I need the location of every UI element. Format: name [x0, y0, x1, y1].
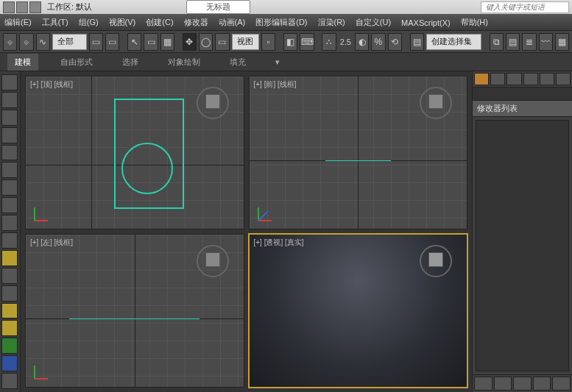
bind-icon[interactable]: ∿: [36, 33, 50, 51]
show-end-icon[interactable]: [494, 377, 512, 391]
named-selection-dropdown[interactable]: 创建选择集: [426, 34, 481, 50]
angle-snap-icon[interactable]: ◐: [355, 33, 369, 51]
lt-button-2[interactable]: [1, 92, 18, 108]
keyboard-icon[interactable]: ⌨: [300, 33, 314, 51]
lt-button-6[interactable]: [1, 162, 18, 178]
viewport-front[interactable]: [+] [前] [线框]: [249, 76, 468, 229]
viewport-label[interactable]: [+] [顶] [线框]: [30, 79, 73, 90]
named-sets-icon[interactable]: ▤: [410, 33, 424, 51]
menu-customize[interactable]: 自定义(U): [356, 17, 391, 28]
viewport-perspective[interactable]: [+] [透视] [真实]: [249, 234, 468, 388]
ribbon-tab-selection[interactable]: 选择: [115, 54, 146, 71]
ref-coord-dropdown[interactable]: 视图: [232, 34, 260, 50]
unique-icon[interactable]: [513, 377, 532, 391]
lt-button-10[interactable]: [1, 232, 18, 249]
spinner-snap-icon[interactable]: ⟲: [388, 33, 402, 51]
lt-button-8[interactable]: [1, 197, 18, 213]
select-name-icon[interactable]: ▭: [105, 33, 119, 51]
selection-filter-dropdown[interactable]: 全部: [52, 34, 87, 50]
command-panel: 修改器列表: [472, 71, 572, 392]
lt-button-14[interactable]: [1, 303, 18, 319]
link-icon[interactable]: ⟐: [3, 33, 17, 51]
window-crossing-icon[interactable]: ▦: [160, 33, 174, 51]
lt-button-4[interactable]: [1, 127, 18, 143]
viewcube[interactable]: [420, 245, 452, 277]
lt-button-17[interactable]: [1, 355, 18, 371]
rect-select-icon[interactable]: ▭: [144, 33, 158, 51]
lt-button-11[interactable]: [1, 250, 18, 266]
viewcube[interactable]: [197, 87, 229, 119]
redo-button[interactable]: [16, 1, 28, 13]
lt-button-15[interactable]: [1, 320, 18, 336]
percent-snap-icon[interactable]: %: [371, 33, 385, 51]
viewport-label[interactable]: [+] [左] [线框]: [30, 238, 73, 248]
layers-icon[interactable]: ≣: [522, 33, 536, 51]
unlink-icon[interactable]: ⟐: [19, 33, 33, 51]
curve-editor-icon[interactable]: 〰: [539, 33, 553, 51]
menu-group[interactable]: 组(G): [79, 17, 99, 28]
modify-tab-icon[interactable]: [490, 73, 505, 85]
undo-button[interactable]: [3, 1, 15, 13]
main-toolbar: ⟐ ⟐ ∿ 全部 ▭ ▭ ↖ ▭ ▦ ✥ ◯ ▭ 视图 ▫ ◧ ⌨ ∴ 2.5 …: [0, 31, 572, 53]
menubar: 编辑(E) 工具(T) 组(G) 视图(V) 创建(C) 修改器 动画(A) 图…: [0, 15, 572, 31]
viewport-label[interactable]: [+] [透视] [真实]: [254, 238, 304, 248]
hierarchy-tab-icon[interactable]: [506, 73, 521, 85]
pin-stack-icon[interactable]: [474, 377, 492, 391]
lt-button-3[interactable]: [1, 110, 18, 126]
viewcube[interactable]: [420, 87, 452, 119]
ribbon-tab-freeform[interactable]: 自由形式: [53, 54, 100, 71]
lt-button-12[interactable]: [1, 268, 18, 284]
menu-create[interactable]: 创建(C): [146, 17, 173, 28]
scale-icon[interactable]: ▭: [215, 33, 229, 51]
lt-button-16[interactable]: [1, 338, 18, 354]
ribbon-collapse-icon[interactable]: ▾: [268, 54, 287, 70]
lt-button-1[interactable]: [1, 74, 18, 90]
ribbon-tab-object-paint[interactable]: 对象绘制: [160, 54, 208, 71]
viewport-top[interactable]: [+] [顶] [线框]: [25, 76, 244, 229]
menu-help[interactable]: 帮助(H): [461, 17, 488, 28]
cursor-icon[interactable]: ↖: [127, 33, 141, 51]
display-tab-icon[interactable]: [540, 73, 554, 85]
pivot-icon[interactable]: ▫: [261, 33, 275, 51]
create-tab-icon[interactable]: [474, 73, 489, 85]
viewport-label[interactable]: [+] [前] [线框]: [254, 79, 297, 90]
lt-button-9[interactable]: [1, 215, 18, 231]
menu-tools[interactable]: 工具(T): [42, 17, 68, 28]
menu-rendering[interactable]: 渲染(R): [318, 17, 345, 28]
ribbon-tab-modeling[interactable]: 建模: [7, 54, 38, 71]
lt-button-7[interactable]: [1, 179, 18, 196]
modifier-list-dropdown[interactable]: 修改器列表: [473, 101, 572, 117]
motion-tab-icon[interactable]: [523, 73, 538, 85]
remove-mod-icon[interactable]: [533, 377, 551, 391]
schematic-icon[interactable]: ▦: [555, 33, 569, 51]
utilities-tab-icon[interactable]: [556, 73, 571, 85]
menu-view[interactable]: 视图(V): [109, 17, 136, 28]
circle-shape[interactable]: [121, 143, 173, 194]
menu-modifiers[interactable]: 修改器: [184, 17, 208, 28]
snap-icon[interactable]: ∴: [322, 33, 336, 51]
mirror-icon[interactable]: ⧉: [490, 33, 504, 51]
lt-button-5[interactable]: [1, 145, 18, 161]
viewport-left[interactable]: [+] [左] [线框]: [25, 234, 244, 388]
move-icon[interactable]: ✥: [183, 33, 197, 51]
rotate-icon[interactable]: ◯: [199, 33, 213, 51]
link-button[interactable]: [29, 1, 41, 13]
modifier-stack[interactable]: [476, 120, 569, 371]
menu-animation[interactable]: 动画(A): [219, 17, 246, 28]
align-icon[interactable]: ▤: [506, 33, 520, 51]
lt-button-18[interactable]: [1, 373, 18, 389]
menu-graph-editors[interactable]: 图形编辑器(D): [255, 17, 307, 28]
manip-icon[interactable]: ◧: [283, 33, 297, 51]
object-name-field[interactable]: [473, 88, 572, 101]
workspace-label: 工作区: 默认: [47, 1, 92, 13]
ribbon-tab-populate[interactable]: 填充: [222, 54, 253, 71]
menu-edit[interactable]: 编辑(E): [4, 17, 32, 28]
menu-maxscript[interactable]: MAXScript(X): [401, 18, 451, 27]
modifier-stack-buttons: [473, 374, 572, 392]
configure-icon[interactable]: [552, 377, 571, 391]
lt-button-13[interactable]: [1, 285, 18, 302]
document-tab[interactable]: 无标题: [186, 0, 250, 14]
select-object-icon[interactable]: ▭: [89, 33, 103, 51]
help-search-input[interactable]: [481, 1, 569, 13]
viewcube[interactable]: [197, 245, 229, 277]
